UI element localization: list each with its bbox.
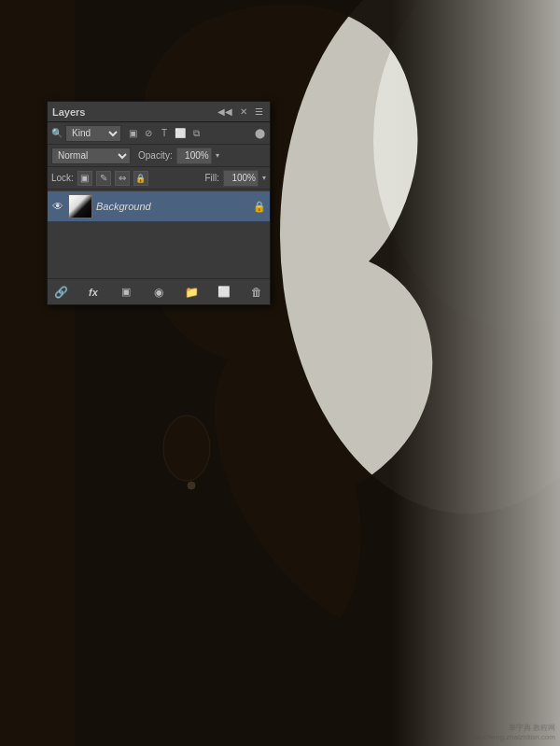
- new-fill-adjustment-button[interactable]: ◉: [150, 284, 167, 301]
- panel-title: Layers: [52, 106, 85, 118]
- new-layer-button[interactable]: ⬜: [216, 284, 232, 301]
- smart-filter-icon[interactable]: ⧉: [189, 127, 203, 140]
- fx-button[interactable]: fx: [85, 284, 102, 301]
- lock-position-button[interactable]: ✎: [96, 171, 111, 186]
- filter-type-icons: ▣ ⊘ T ⬜ ⧉: [126, 127, 203, 140]
- opacity-label: Opacity:: [138, 150, 173, 161]
- shape-filter-icon[interactable]: ⬜: [174, 127, 187, 140]
- opacity-dropdown-arrow[interactable]: ▾: [216, 151, 219, 160]
- panel-close-button[interactable]: ✕: [238, 106, 249, 117]
- fill-dropdown-arrow[interactable]: ▾: [262, 174, 266, 182]
- svg-point-3: [163, 415, 210, 481]
- kind-filter-select[interactable]: Kind: [65, 125, 121, 142]
- svg-rect-5: [392, 0, 560, 746]
- svg-point-1: [280, 0, 560, 514]
- link-layers-button[interactable]: 🔗: [52, 284, 69, 301]
- lock-pixels-button[interactable]: ▣: [77, 171, 92, 186]
- layer-visibility-toggle[interactable]: 👁: [51, 200, 64, 213]
- panel-toolbar: 🔗 fx ▣ ◉ 📁 ⬜ 🗑: [48, 278, 270, 304]
- layers-empty-area: [48, 241, 270, 278]
- opacity-input[interactable]: [176, 148, 212, 164]
- filter-toggle-icon[interactable]: ⬤: [253, 127, 266, 140]
- svg-point-2: [373, 0, 560, 327]
- svg-point-4: [188, 482, 195, 489]
- type-filter-icon[interactable]: T: [158, 127, 171, 140]
- watermark-line2: jiaocheng.zhaizidian.com: [472, 733, 555, 741]
- delete-layer-button[interactable]: 🗑: [248, 284, 265, 301]
- layer-thumb-content: [69, 195, 91, 218]
- layers-list: 👁 Background 🔒: [48, 190, 270, 241]
- lock-row: Lock: ▣ ✎ ⇔ 🔒 Fill: ▾: [48, 167, 270, 190]
- fill-input[interactable]: [223, 170, 259, 187]
- layer-lock-icon: 🔒: [253, 201, 266, 213]
- layers-panel: Layers ◀◀ ✕ ☰ 🔍 Kind ▣ ⊘ T ⬜ ⧉ ⬤ Normal …: [47, 101, 271, 305]
- lock-all-button[interactable]: 🔒: [133, 171, 148, 186]
- blend-mode-select[interactable]: Normal: [51, 148, 131, 164]
- lock-label: Lock:: [51, 173, 74, 183]
- search-icon: 🔍: [51, 128, 63, 138]
- fill-label: Fill:: [204, 173, 219, 183]
- panel-controls: ◀◀ ✕ ☰: [216, 106, 265, 117]
- adjustment-filter-icon[interactable]: ⊘: [142, 127, 155, 140]
- layer-thumbnail: [68, 194, 92, 218]
- site-watermark: 举宇典 教程网 jiaocheng.zhaizidian.com: [472, 723, 555, 741]
- panel-collapse-button[interactable]: ◀◀: [216, 106, 234, 117]
- pixel-filter-icon[interactable]: ▣: [126, 127, 139, 140]
- layer-name: Background: [96, 201, 249, 212]
- panel-titlebar: Layers ◀◀ ✕ ☰: [48, 102, 270, 122]
- watermark-line1: 举宇典 教程网: [472, 723, 555, 733]
- layer-item[interactable]: 👁 Background 🔒: [48, 191, 270, 221]
- blendmode-row: Normal Opacity: ▾: [48, 145, 270, 167]
- lock-artboard-button[interactable]: ⇔: [115, 171, 130, 186]
- new-group-button[interactable]: 📁: [183, 284, 200, 301]
- filter-row: 🔍 Kind ▣ ⊘ T ⬜ ⧉ ⬤: [48, 122, 270, 145]
- new-layer-mask-button[interactable]: ▣: [118, 284, 134, 301]
- panel-menu-button[interactable]: ☰: [253, 106, 265, 117]
